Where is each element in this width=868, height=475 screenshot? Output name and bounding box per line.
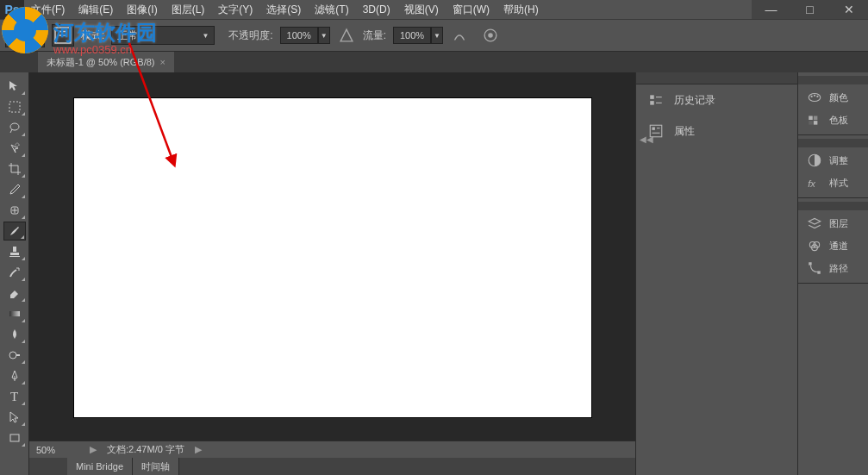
styles-icon: fx (807, 175, 822, 191)
history-icon (648, 92, 664, 108)
brush-tool[interactable] (3, 222, 26, 241)
brush-preset-picker[interactable]: 13 (5, 23, 33, 47)
pen-tool[interactable] (3, 366, 26, 385)
blur-tool[interactable] (3, 325, 26, 344)
svg-rect-33 (809, 121, 813, 125)
crop-tool[interactable] (3, 159, 26, 178)
svg-point-7 (16, 143, 19, 147)
svg-rect-23 (650, 125, 662, 137)
eyedropper-tool[interactable] (3, 180, 26, 199)
canvas-area: 50% ▶ 文档:2.47M/0 字节 ▶ Mini Bridge 时间轴 (29, 72, 635, 475)
opacity-dropdown[interactable]: ▼ (318, 27, 330, 44)
status-arrow[interactable]: ▶ (195, 444, 202, 455)
swatches-icon (807, 112, 822, 128)
svg-point-6 (10, 123, 19, 130)
document-tab-bar: 未标题-1 @ 50% (RGB/8) × (0, 52, 868, 72)
flow-input[interactable] (393, 27, 431, 44)
menu-view[interactable]: 视图(V) (397, 0, 446, 19)
tab-close-button[interactable]: × (159, 57, 165, 67)
svg-rect-34 (814, 121, 818, 125)
airbrush-icon[interactable] (450, 26, 469, 45)
svg-rect-20 (650, 101, 654, 105)
svg-rect-40 (809, 262, 811, 265)
flow-dropdown[interactable]: ▼ (431, 27, 443, 44)
menu-layer[interactable]: 图层(L) (165, 0, 212, 19)
quick-select-tool[interactable] (3, 139, 26, 158)
dodge-tool[interactable] (3, 346, 26, 365)
menu-edit[interactable]: 编辑(E) (72, 0, 120, 19)
menu-help[interactable]: 帮助(H) (496, 0, 546, 19)
document-tab-title: 未标题-1 @ 50% (RGB/8) (47, 56, 154, 69)
pressure-size-icon[interactable] (481, 26, 500, 45)
properties-icon (648, 123, 664, 139)
adjustments-icon (807, 153, 822, 168)
panel-history-label: 历史记录 (674, 93, 715, 108)
panel-color[interactable]: 颜色 (798, 86, 868, 109)
flow-label: 流量: (363, 28, 386, 43)
opacity-pressure-icon[interactable] (337, 26, 356, 45)
panel-history[interactable]: 历史记录 (636, 84, 797, 116)
zoom-level[interactable]: 50% (36, 445, 79, 455)
tab-mini-bridge[interactable]: Mini Bridge (67, 458, 133, 475)
menu-window[interactable]: 窗口(W) (446, 0, 496, 19)
svg-rect-5 (9, 102, 20, 112)
document-tab[interactable]: 未标题-1 @ 50% (RGB/8) × (38, 52, 174, 72)
paths-icon (807, 260, 822, 276)
svg-rect-13 (9, 256, 20, 257)
panel-layers[interactable]: 图层 (798, 212, 868, 234)
rectangle-tool[interactable] (3, 428, 26, 447)
opacity-label: 不透明度: (228, 28, 272, 43)
svg-rect-24 (653, 128, 655, 130)
healing-tool[interactable] (3, 201, 26, 220)
brush-dropdown-arrow[interactable]: ▼ (33, 23, 45, 47)
document-info[interactable]: 文档:2.47M/0 字节 (107, 443, 184, 456)
lasso-tool[interactable] (3, 118, 26, 137)
layers-icon (807, 216, 822, 231)
panel-adjustments[interactable]: 调整 (798, 149, 868, 172)
marquee-tool[interactable] (3, 97, 26, 116)
window-minimize-button[interactable]: — (752, 0, 790, 19)
svg-point-28 (811, 96, 813, 97)
panel-channels[interactable]: 通道 (798, 234, 868, 257)
mode-label: 模式: (81, 28, 104, 43)
ps-logo: Ps (0, 0, 24, 19)
channels-icon (807, 238, 822, 253)
panel-column: ◀◀ 历史记录 属性 (635, 72, 797, 475)
menu-select[interactable]: 选择(S) (259, 0, 308, 19)
svg-rect-19 (650, 95, 654, 99)
panel-properties[interactable]: 属性 (636, 116, 797, 147)
bottom-tab-bar: Mini Bridge 时间轴 (29, 458, 635, 475)
stamp-tool[interactable] (3, 242, 26, 261)
menu-file[interactable]: 文件(F) (24, 0, 72, 19)
menu-filter[interactable]: 滤镜(T) (308, 0, 355, 19)
blend-mode-select[interactable]: 正常▼ (111, 26, 215, 45)
svg-point-30 (816, 96, 818, 97)
svg-rect-32 (814, 116, 818, 121)
tab-timeline[interactable]: 时间轴 (133, 458, 179, 475)
menu-3d[interactable]: 3D(D) (356, 0, 397, 19)
menu-bar: Ps 文件(F) 编辑(E) 图像(I) 图层(L) 文字(Y) 选择(S) 滤… (0, 0, 868, 19)
icon-panel-column: 颜色 色板 调整 fx 样式 (797, 72, 868, 475)
svg-point-29 (814, 95, 815, 97)
move-tool[interactable] (3, 77, 26, 96)
document-canvas[interactable] (74, 98, 591, 417)
svg-text:fx: fx (808, 178, 815, 189)
color-icon (807, 90, 822, 105)
tools-panel: T (0, 72, 29, 475)
window-maximize-button[interactable]: □ (790, 0, 829, 19)
panel-swatches[interactable]: 色板 (798, 109, 868, 131)
eraser-tool[interactable] (3, 284, 26, 303)
type-tool[interactable]: T (3, 387, 26, 406)
gradient-tool[interactable] (3, 304, 26, 323)
menu-image[interactable]: 图像(I) (120, 0, 164, 19)
path-select-tool[interactable] (3, 408, 26, 427)
brush-panel-toggle[interactable] (52, 24, 74, 47)
status-icon: ▶ (90, 444, 97, 455)
opacity-input[interactable] (280, 27, 318, 44)
panel-paths[interactable]: 路径 (798, 257, 868, 279)
svg-point-15 (9, 352, 16, 359)
panel-styles[interactable]: fx 样式 (798, 172, 868, 194)
history-brush-tool[interactable] (3, 263, 26, 282)
window-close-button[interactable]: ✕ (829, 0, 868, 19)
menu-type[interactable]: 文字(Y) (211, 0, 259, 19)
